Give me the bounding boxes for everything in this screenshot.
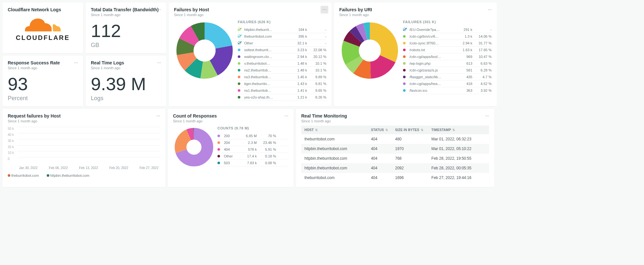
- legend-pct: 4.52 %: [474, 82, 492, 86]
- legend-row[interactable]: yes-o2o-shaz.th… 1.21 k 8.26 %: [238, 94, 326, 101]
- legend-pct: 5.91 %: [259, 147, 276, 151]
- table-row[interactable]: theburritobot.com 404 480 Mar 01, 2022, …: [301, 134, 489, 144]
- col-size[interactable]: SIZE IN BYTES⇅: [395, 128, 432, 132]
- card-menu-button[interactable]: ⋯: [321, 6, 328, 14]
- count-responses-donut: [173, 126, 215, 168]
- failures-uri-title: Failures by URI: [339, 7, 492, 12]
- x-tick: Feb 20, 2022: [109, 166, 128, 170]
- card-menu-button[interactable]: ⋯: [154, 112, 162, 120]
- legend-dot-icon: [47, 174, 49, 177]
- legend-count: 418: [457, 82, 472, 86]
- legend-row[interactable]: 200 6.85 M 70 %: [217, 133, 288, 139]
- legend-item[interactable]: httpbin.theburritobot.com: [47, 174, 90, 177]
- legend-pct: 9.81 %: [309, 82, 326, 86]
- legend-row[interactable]: /cdn-cgi/bm/cv/6… 1.3 k 14.06 %: [403, 33, 492, 40]
- legend-dot-icon: [238, 89, 240, 92]
- request-failures-barchart: 010 k20 k30 k40 k50 k: [8, 127, 160, 164]
- legend-count: 435: [457, 75, 472, 79]
- legend-item[interactable]: theburritobot.com: [8, 174, 39, 177]
- legend-row[interactable]: /colo-sync:3f760… 2.94 k 31.77 %: [403, 40, 492, 47]
- legend-pct: 22.08 %: [309, 48, 326, 52]
- legend-count: 581: [457, 68, 472, 72]
- cell-status: 404: [371, 175, 395, 180]
- legend-row[interactable]: /cdn-cgi/apps/bod… 969 10.47 %: [403, 53, 492, 60]
- null-icon: [238, 34, 241, 38]
- legend-label: Other: [244, 41, 290, 45]
- legend-row[interactable]: theburritobot.com 395 k -: [238, 33, 326, 40]
- null-icon: [238, 41, 241, 44]
- failures-uri-legend: FAILURES (301 K) /EU-Override?pa… 291 k …: [403, 20, 492, 94]
- legend-row[interactable]: ns3.theburritob… 1.45 k 9.89 %: [238, 74, 326, 80]
- bandwidth-card: Total Data Transfer (Bandwidth) Since 1 …: [86, 3, 166, 53]
- table-row[interactable]: httpbin.theburritobot.com 404 2092 Feb 2…: [301, 163, 489, 173]
- legend-count: 1.3 k: [457, 34, 472, 38]
- legend-row[interactable]: /cdn-cgi/zaraz/s.js 581 6.28 %: [403, 67, 492, 74]
- failures-host-donut: [174, 20, 235, 81]
- legend-label: theburritobot.com: [244, 34, 290, 38]
- card-menu-button[interactable]: ⋯: [486, 6, 494, 14]
- legend-row[interactable]: 503 7.83 k 0.08 %: [217, 160, 288, 166]
- legend-pct: 0.18 %: [259, 154, 276, 158]
- legend-row[interactable]: v.theburritobot… 1.48 k 10.1 %: [238, 60, 326, 67]
- table-header: HOST⇅ STATUS⇅ SIZE IN BYTES⇅ TIMESTAMP⇅: [301, 126, 489, 134]
- count-responses-legend: COUNTS (9.78 M) 200 6.85 M 70 % 204 2.3 …: [217, 126, 288, 168]
- legend-row[interactable]: 404 578 k 5.91 %: [217, 146, 288, 153]
- legend-count: 613: [457, 62, 472, 65]
- table-row[interactable]: httpbin.theburritobot.com 404 1970 Mar 0…: [301, 144, 489, 154]
- request-failures-card: Request failures by Host Since 1 month a…: [3, 109, 165, 187]
- legend-row[interactable]: Other 17.4 k 0.18 %: [217, 153, 288, 160]
- legend-pct: 4.7 %: [474, 75, 492, 79]
- legend-row[interactable]: Other 32.1 k -: [238, 40, 326, 47]
- legend-dot-icon: [403, 89, 406, 92]
- legend-count: 395 k: [292, 34, 307, 38]
- col-status[interactable]: STATUS⇅: [371, 128, 395, 132]
- legend-row[interactable]: tiger.theburrito… 1.43 k 9.81 %: [238, 80, 326, 87]
- legend-dot-icon: [217, 162, 220, 164]
- bandwidth-unit: GB: [91, 42, 161, 49]
- legend-pct: 14.06 %: [474, 34, 492, 38]
- success-rate-card: Response Success Rate Since 1 month ago …: [3, 56, 83, 106]
- legend-row[interactable]: /flasgger_static/lib… 435 4.7 %: [403, 74, 492, 80]
- card-menu-button[interactable]: ⋯: [72, 59, 80, 67]
- legend-row[interactable]: ssltest.theburrit… 3.23 k 22.08 %: [238, 47, 326, 53]
- table-row[interactable]: theburritobot.com 404 1696 Feb 27, 2022,…: [301, 173, 489, 183]
- legend-row[interactable]: 204 2.3 M 23.46 %: [217, 139, 288, 146]
- legend-pct: 9.65 %: [309, 89, 326, 92]
- table-row[interactable]: httpbin.theburritobot.com 404 768 Feb 28…: [301, 154, 489, 163]
- card-menu-button[interactable]: ⋯: [155, 59, 163, 67]
- legend-count: 2.3 M: [239, 141, 257, 145]
- col-host[interactable]: HOST⇅: [304, 128, 371, 132]
- legend-row[interactable]: /wp-login.php 613 6.63 %: [403, 60, 492, 67]
- legend-row[interactable]: waitingroom.clo… 2.94 k 20.12 %: [238, 53, 326, 60]
- cell-host: theburritobot.com: [304, 137, 371, 141]
- legend-row[interactable]: httpbin.theburrit… 184 k -: [238, 26, 326, 33]
- card-menu-button[interactable]: ⋯: [483, 112, 491, 120]
- legend-dot-icon: [8, 174, 10, 177]
- sort-icon: ⇅: [452, 128, 455, 132]
- legend-label: 404: [224, 147, 237, 151]
- legend-label: 503: [224, 161, 237, 165]
- legend-pct: 23.46 %: [259, 141, 276, 145]
- legend-label: /EU-Override?pa…: [409, 28, 456, 32]
- legend-title: COUNTS (9.78 M): [217, 126, 288, 130]
- cloudflare-wordmark: CLOUDFLARE: [16, 34, 70, 42]
- legend-row[interactable]: /EU-Override?pa… 291 k -: [403, 26, 492, 33]
- sort-icon: ⇅: [421, 128, 423, 132]
- col-timestamp[interactable]: TIMESTAMP⇅: [431, 128, 486, 132]
- legend-row[interactable]: /favicon.ico 363 3.92 %: [403, 87, 492, 94]
- x-tick: Feb 13, 2022: [79, 166, 98, 170]
- legend-dot-icon: [403, 69, 406, 71]
- legend-count: 1.45 k: [292, 75, 307, 79]
- legend-row[interactable]: /cdn-cgi/apps/hea… 418 4.52 %: [403, 80, 492, 87]
- bandwidth-title: Total Data Transfer (Bandwidth): [91, 7, 161, 12]
- bandwidth-value: 112: [91, 22, 161, 40]
- card-menu-button[interactable]: ⋯: [155, 6, 163, 14]
- success-rate-sub: Since 1 month ago: [8, 66, 78, 70]
- legend-row[interactable]: ns2.theburritob… 1.48 k 10.1 %: [238, 67, 326, 74]
- count-responses-title: Count of Responses: [173, 113, 288, 118]
- card-menu-button[interactable]: ⋯: [283, 112, 290, 120]
- legend-row[interactable]: /robots.txt 1.63 k 17.65 %: [403, 47, 492, 53]
- legend-label: /cdn-cgi/bm/cv/6…: [409, 34, 456, 38]
- legend-dot-icon: [403, 35, 406, 38]
- legend-row[interactable]: ns1.theburritob… 1.41 k 9.65 %: [238, 87, 326, 94]
